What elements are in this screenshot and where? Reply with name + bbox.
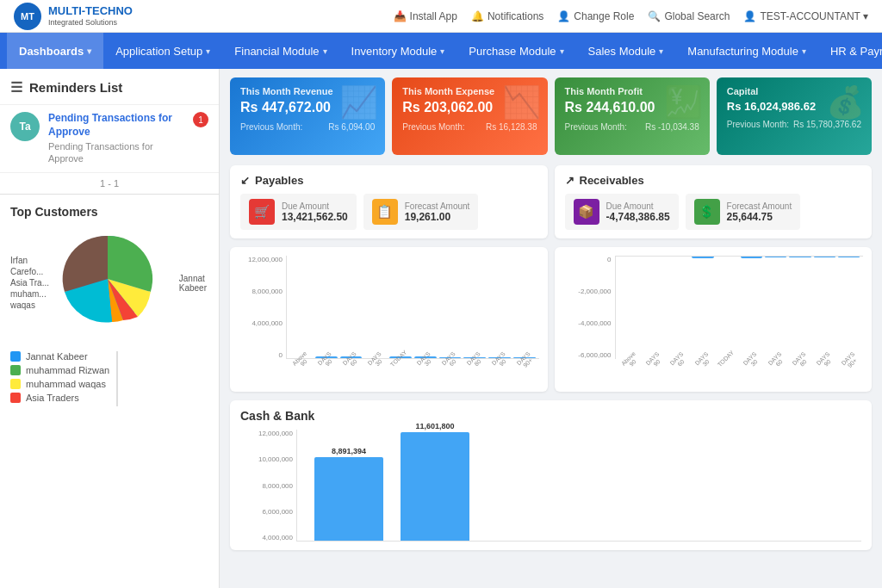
legend-item-rizwan: muhammad Rizwan — [10, 365, 109, 375]
nav-sales-module[interactable]: Sales Module ▾ — [576, 33, 676, 69]
stat-card-capital: 💰 Capital Rs 16,024,986.62 Previous Mont… — [717, 77, 872, 155]
nav-purchase-module[interactable]: Purchase Module ▾ — [457, 33, 575, 69]
pay-value: 13,421,562.50 — [282, 211, 348, 223]
cash-bar-label-above: 11,601,800 — [415, 422, 454, 430]
pay-value: 25,644.75 — [727, 211, 792, 223]
payables-bar-chart — [286, 256, 539, 359]
bar — [741, 257, 762, 258]
chevron-down-icon: ▾ — [560, 46, 564, 56]
payables-card: ↙ Payables 🛒 Due Amount 13,421,562.50 📋 — [230, 165, 548, 238]
pie-label: muham... — [10, 289, 49, 299]
nav-inventory-module[interactable]: Inventory Module ▾ — [339, 33, 457, 69]
receivables-chart-card: 0 -2,000,000 -4,000,000 -6,000,000 — [555, 247, 873, 392]
bar — [814, 257, 835, 257]
pie-label: Carefo... — [10, 267, 49, 276]
legend-label: muhammad Rizwan — [26, 365, 109, 375]
legend-label: Asia Traders — [26, 393, 79, 403]
stat-card-prev: Previous Month: Rs 15,780,376.62 — [727, 120, 861, 129]
logo-icon: MT — [14, 3, 41, 30]
prev-value: Rs 6,094.00 — [328, 122, 375, 132]
top-customers-section: Top Customers Irfan Carefo... Asia Tra..… — [0, 194, 219, 417]
bar-col — [814, 257, 835, 257]
stat-card-profit: 💹 This Month Profit Rs 244,610.00 Previo… — [555, 77, 710, 155]
chevron-down-icon: ▾ — [87, 46, 91, 56]
reminders-title: Reminders List — [29, 80, 122, 95]
prev-value: Rs -10,034.38 — [645, 122, 699, 132]
prev-label: Previous Month: — [402, 122, 464, 132]
cash-bar — [314, 457, 383, 541]
profit-icon: 💹 — [664, 84, 703, 121]
prev-label: Previous Month: — [240, 122, 302, 132]
cash-bar-col: 11,601,800 — [401, 422, 469, 541]
receivables-x-labels: Above 90 DAYS 90 DAYS 60 DAYS 30 TODAY D… — [615, 359, 864, 376]
y-label: 4,000,000 — [239, 319, 283, 327]
notifications-btn[interactable]: 🔔 Notifications — [471, 10, 543, 22]
charts-row: 12,000,000 8,000,000 4,000,000 0 — [230, 247, 872, 392]
bar — [789, 257, 811, 257]
receivable-due: 📦 Due Amount -4,748,386.85 — [565, 194, 679, 230]
nav-application-setup[interactable]: Application Setup ▾ — [103, 33, 222, 69]
receivable-forecast: 💲 Forecast Amount 25,644.75 — [686, 194, 801, 230]
cash-bank-chart: 12,000,000 10,000,000 8,000,000 6,000,00… — [240, 430, 861, 542]
logo-name: MULTI-TECHNO — [48, 5, 133, 17]
payable-forecast-text: Forecast Amount 19,261.00 — [405, 201, 470, 223]
bar-col — [789, 257, 811, 257]
pay-label: Due Amount — [282, 201, 348, 211]
stat-card-prev: Previous Month: Rs -10,034.38 — [565, 122, 699, 132]
legend-item-asia: Asia Traders — [10, 393, 109, 403]
top-customers-title: Top Customers — [10, 205, 208, 219]
forecast-icon: 📋 — [372, 199, 398, 225]
receivables-arrow-icon: ↗ — [565, 174, 575, 187]
reminder-title[interactable]: Pending Transactions for Approve — [48, 112, 184, 139]
receivable-forecast-text: Forecast Amount 25,644.75 — [727, 201, 792, 223]
install-app-btn[interactable]: 📥 Install App — [394, 10, 457, 22]
y-label: -2,000,000 — [563, 288, 612, 295]
nav-hr-payroll[interactable]: HR & Payroll ▾ — [818, 33, 882, 69]
receivables-title: ↗ Receivables — [565, 174, 862, 187]
reminder-text: Pending Transactions for Approve Pending… — [48, 112, 184, 165]
pay-label: Forecast Amount — [405, 201, 470, 211]
pay-rec-row: ↙ Payables 🛒 Due Amount 13,421,562.50 📋 — [230, 165, 872, 238]
y-label: 8,000,000 — [240, 482, 293, 490]
logo-sub: Integrated Solutions — [48, 18, 133, 27]
pie-label: Asia Tra... — [10, 278, 49, 288]
nav-manufacturing-module[interactable]: Manufacturing Module ▾ — [675, 33, 818, 69]
avatar: Ta — [10, 112, 40, 141]
expense-icon: 📉 — [502, 84, 541, 121]
sidebar: ☰ Reminders List Ta Pending Transactions… — [0, 69, 220, 588]
nav-financial-module[interactable]: Financial Module ▾ — [222, 33, 339, 69]
y-label: 12,000,000 — [239, 256, 283, 263]
nav-bar: Dashboards ▾ Application Setup ▾ Financi… — [0, 33, 882, 69]
nav-dashboards[interactable]: Dashboards ▾ — [7, 33, 103, 69]
receivable-icon: 📦 — [574, 199, 599, 225]
reminders-icon: ☰ — [10, 79, 22, 96]
revenue-icon: 📈 — [339, 84, 378, 121]
prev-value: Rs 15,780,376.62 — [793, 120, 861, 129]
global-search-btn[interactable]: 🔍 Global Search — [648, 10, 730, 22]
payable-forecast: 📋 Forecast Amount 19,261.00 — [363, 194, 479, 230]
bar — [838, 257, 860, 257]
legend-item-waqas: muhammad waqas — [10, 379, 109, 389]
bar-col — [838, 257, 860, 257]
top-bar: MT MULTI-TECHNO Integrated Solutions 📥 I… — [0, 0, 882, 33]
prev-label: Previous Month: — [727, 120, 789, 129]
y-label: -4,000,000 — [563, 319, 612, 327]
change-role-btn[interactable]: 👤 Change Role — [557, 10, 634, 22]
stat-card-expense: 📉 This Month Expense Rs 203,062.00 Previ… — [392, 77, 547, 155]
content-area: 📈 This Month Revenue Rs 447,672.00 Previ… — [220, 69, 882, 588]
pie-chart: JannatKabeer — [56, 227, 168, 339]
payables-items: 🛒 Due Amount 13,421,562.50 📋 Forecast Am… — [240, 194, 537, 230]
legend: Jannat Kabeer muhammad Rizwan muhammad w… — [10, 348, 208, 406]
main-layout: ☰ Reminders List Ta Pending Transactions… — [0, 69, 882, 588]
user-menu-btn[interactable]: 👤 TEST-ACCOUNTANT ▾ — [743, 10, 868, 22]
chevron-down-icon: ▾ — [659, 46, 663, 56]
logo-area: MT MULTI-TECHNO Integrated Solutions — [14, 3, 133, 30]
prev-label: Previous Month: — [565, 122, 627, 132]
stat-card-prev: Previous Month: Rs 16,128.38 — [402, 122, 537, 132]
logo-text-block: MULTI-TECHNO Integrated Solutions — [48, 5, 133, 26]
pay-label: Forecast Amount — [727, 201, 792, 211]
legend-label: muhammad waqas — [26, 379, 106, 389]
reminder-item[interactable]: Ta Pending Transactions for Approve Pend… — [0, 104, 219, 172]
prev-value: Rs 16,128.38 — [486, 122, 537, 132]
payables-chart-card: 12,000,000 8,000,000 4,000,000 0 — [230, 247, 548, 392]
